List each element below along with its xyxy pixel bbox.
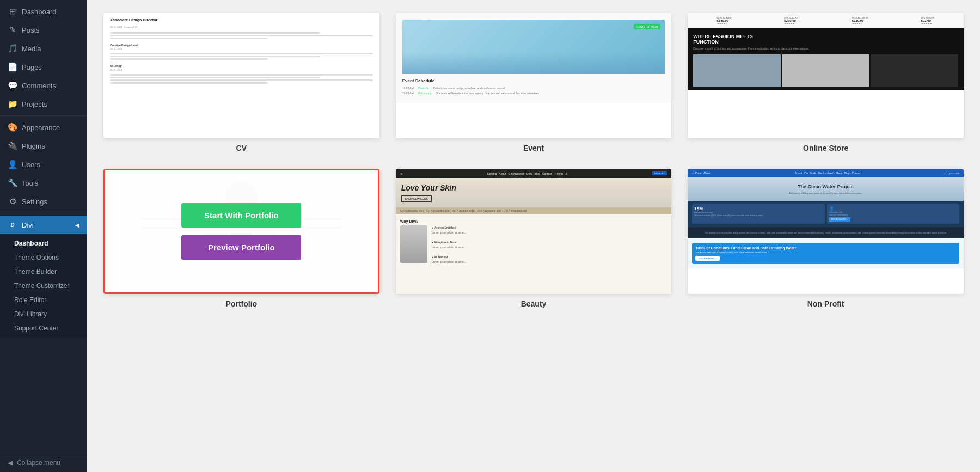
store-img-1	[693, 54, 781, 87]
beauty-hero-title: Love Your Skin	[401, 183, 666, 192]
sidebar-item-label: Users	[22, 161, 40, 169]
event-schedule-title: Event Schedule	[402, 78, 665, 83]
template-preview-cv[interactable]: Associate Design Director 2016 – 2021 · …	[103, 13, 379, 138]
event-mockup: REGISTER NOW Event Schedule 10:00 AM Che…	[396, 13, 672, 103]
main-content: Associate Design Director 2016 – 2021 · …	[87, 0, 980, 472]
beauty-cta-button: DONATE ↑	[652, 171, 667, 175]
sidebar-item-settings[interactable]: ⚙ Settings	[0, 192, 87, 211]
nonprofit-stats: 15M Raised for the Sea We have reached 1…	[688, 201, 964, 227]
nonprofit-nav: About · Our Work · Get Involved · Shop ·…	[795, 171, 861, 175]
sidebar-item-projects[interactable]: 📁 Projects	[0, 95, 87, 113]
sidebar-item-pages[interactable]: 📄 Pages	[0, 58, 87, 76]
cv-date-2: 2017 – 2019	[110, 69, 373, 72]
sidebar-divider-2	[0, 213, 87, 213]
submenu-item-support-center[interactable]: Support Center	[0, 321, 87, 335]
preview-portfolio-button[interactable]: Preview Portfolio	[181, 235, 301, 260]
template-card-non-profit: ⊙ Clean Water · About · Our Work · Get I…	[688, 169, 964, 308]
template-preview-event[interactable]: REGISTER NOW Event Schedule 10:00 AM Che…	[396, 13, 672, 138]
submenu-item-dashboard[interactable]: Dashboard	[0, 236, 87, 250]
plugins-icon: 🔌	[8, 141, 17, 151]
stat-desc-2: Join our community	[829, 213, 957, 216]
store-mockup: BLUE BLAZER$140.00★★★★☆ LINEN JACKET$220…	[688, 13, 964, 90]
donate-now-button[interactable]: DONATE NOW →	[695, 256, 720, 261]
divi-submenu: Dashboard Theme Options Theme Builder Th…	[0, 234, 87, 338]
cv-line-6	[110, 58, 268, 60]
event-time-2: 10:20 AM	[402, 91, 414, 95]
beauty-hero-button[interactable]: SHOP NEW LOOK	[401, 195, 432, 202]
dashboard-icon: ⊞	[8, 7, 17, 16]
cv-line-5	[110, 56, 320, 57]
nonprofit-preview-inner: ⊙ Clean Water · About · Our Work · Get I…	[688, 169, 964, 294]
donate-card-title: 100% of Donations Fund Clean and Safe Dr…	[695, 246, 956, 250]
stat-2: LINEN JACKET$220.00★★★★★	[784, 16, 799, 25]
beauty-preview-inner: ⊙ Landing · About · Get Involved · Shop …	[396, 169, 672, 294]
collapse-menu-label: Collapse menu	[17, 459, 60, 467]
sidebar-item-comments[interactable]: 💬 Comments	[0, 76, 87, 95]
sidebar-item-label: Tools	[22, 179, 38, 187]
template-preview-non-profit[interactable]: ⊙ Clean Water · About · Our Work · Get I…	[688, 169, 964, 294]
template-card-event: REGISTER NOW Event Schedule 10:00 AM Che…	[396, 13, 672, 152]
projects-icon: 📁	[8, 99, 17, 109]
collapse-menu-button[interactable]: ◀ Collapse menu	[0, 453, 87, 472]
event-desc-2: Our team will introduce the core agency …	[436, 91, 540, 95]
event-action-1: Check In	[418, 87, 429, 90]
cv-line-10	[110, 82, 268, 84]
submenu-item-theme-builder[interactable]: Theme Builder	[0, 265, 87, 279]
sidebar-divider	[0, 115, 87, 116]
cv-line-1	[110, 32, 320, 34]
sidebar-item-plugins[interactable]: 🔌 Plugins	[0, 137, 87, 155]
event-schedule-row-1: 10:00 AM Check In Collect your event bad…	[402, 87, 665, 90]
store-images	[693, 54, 958, 87]
template-preview-portfolio[interactable]: Start With Portfolio Preview Portfolio	[103, 169, 379, 294]
store-header: WHERE FASHION MEETSFUNCTION Discover a w…	[688, 28, 964, 90]
stat-cta-2[interactable]: MAKE A DONATION →	[829, 217, 850, 222]
sidebar-item-divi[interactable]: D Divi ◀	[0, 216, 87, 234]
store-img-2	[782, 54, 869, 87]
beauty-logo: ⊙	[400, 172, 402, 175]
sidebar-item-users[interactable]: 👤 Users	[0, 155, 87, 174]
submenu-item-role-editor[interactable]: Role Editor	[0, 293, 87, 307]
event-action-2: Welcoming	[418, 91, 432, 95]
sidebar-item-media[interactable]: 🎵 Media	[0, 39, 87, 58]
posts-icon: ✎	[8, 25, 17, 35]
stat-3: FLORAL DRESS$110.00★★★★☆	[852, 16, 868, 25]
portfolio-label: Portfolio	[103, 299, 379, 308]
submenu-item-divi-library[interactable]: Divi Library	[0, 307, 87, 321]
start-with-portfolio-button[interactable]: Start With Portfolio	[181, 203, 301, 228]
comments-icon: 💬	[8, 81, 17, 90]
submenu-item-theme-options[interactable]: Theme Options	[0, 250, 87, 265]
beauty-section: Why Divi? ● Vitamin Enriched Lorem ipsum…	[396, 214, 672, 270]
stat-icon-2: 👤	[829, 206, 957, 211]
event-preview-inner: REGISTER NOW Event Schedule 10:00 AM Che…	[396, 13, 672, 138]
template-preview-online-store[interactable]: BLUE BLAZER$140.00★★★★☆ LINEN JACKET$220…	[688, 13, 964, 138]
event-time-1: 10:00 AM	[402, 87, 414, 90]
store-tagline: WHERE FASHION MEETSFUNCTION	[693, 34, 958, 45]
nonprofit-hero: The Clean Water Project An initiative to…	[688, 177, 964, 201]
sidebar-item-label: Posts	[22, 26, 40, 34]
media-icon: 🎵	[8, 44, 17, 53]
sidebar-item-tools[interactable]: 🔧 Tools	[0, 174, 87, 192]
pages-icon: 📄	[8, 62, 17, 72]
sidebar-item-dashboard[interactable]: ⊞ Dashboard	[0, 2, 87, 21]
submenu-item-theme-customizer[interactable]: Theme Customizer	[0, 279, 87, 293]
sidebar-nav-items: ⊞ Dashboard ✎ Posts 🎵 Media 📄 Pages 💬 Co…	[0, 0, 87, 340]
donate-card-desc: Your generous donation goes a long way i…	[695, 252, 956, 254]
cv-mockup: Associate Design Director 2016 – 2021 · …	[103, 13, 379, 89]
stat-1: BLUE BLAZER$140.00★★★★☆	[717, 16, 732, 25]
template-preview-beauty[interactable]: ⊙ Landing · About · Get Involved · Shop …	[396, 169, 672, 294]
beauty-nav-links: Landing · About · Get Involved · Shop · …	[487, 172, 567, 175]
template-card-beauty: ⊙ Landing · About · Get Involved · Shop …	[396, 169, 672, 308]
beauty-hero: Love Your Skin SHOP NEW LOOK	[396, 178, 672, 207]
sidebar-item-appearance[interactable]: 🎨 Appearance	[0, 118, 87, 137]
settings-icon: ⚙	[8, 197, 17, 206]
portfolio-overlay: Start With Portfolio Preview Portfolio	[105, 170, 378, 292]
cv-line-2	[110, 35, 373, 36]
collapse-arrow-icon: ◀	[8, 459, 13, 467]
store-products-row: BLUE BLAZER$140.00★★★★☆ LINEN JACKET$220…	[688, 13, 964, 28]
users-icon: 👤	[8, 160, 17, 169]
event-desc-1: Collect your event badge, schedule, and …	[433, 87, 506, 90]
sidebar-item-posts[interactable]: ✎ Posts	[0, 21, 87, 39]
cv-line-8	[110, 77, 320, 78]
cv-preview-inner: Associate Design Director 2016 – 2021 · …	[103, 13, 379, 138]
beauty-features: ● Vitamin Enriched Lorem ipsum dolor sit…	[400, 225, 667, 265]
